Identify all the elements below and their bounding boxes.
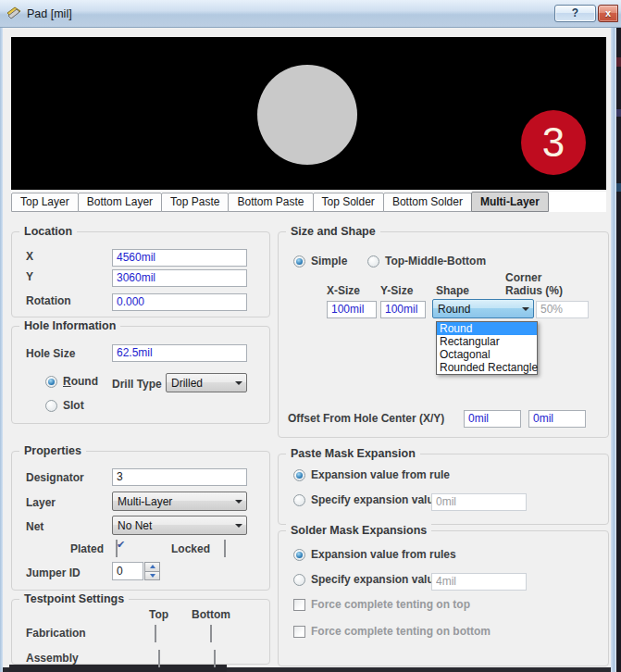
corner-radius-header-line2: Radius (%) bbox=[505, 284, 563, 297]
tenting-top-row: Force complete tenting on top bbox=[293, 598, 470, 611]
paste-from-rule-radio-row: Expansion value from rule bbox=[293, 468, 450, 481]
rotation-input[interactable] bbox=[112, 293, 247, 311]
solder-from-rules-radio[interactable] bbox=[293, 549, 305, 561]
layer-label: Layer bbox=[26, 496, 56, 509]
hole-size-label: Hole Size bbox=[26, 347, 75, 360]
assembly-top-checkbox[interactable] bbox=[158, 650, 160, 667]
size-and-shape-group-title: Size and Shape bbox=[286, 225, 380, 238]
offset-y-input[interactable] bbox=[528, 410, 586, 428]
shape-dropdown-list: Round Rectangular Octagonal Rounded Rect… bbox=[436, 321, 538, 375]
chevron-down-icon bbox=[235, 500, 242, 504]
force-tenting-bottom-label: Force complete tenting on bottom bbox=[311, 625, 491, 638]
hole-round-label: Round bbox=[63, 375, 98, 388]
offset-x-input[interactable] bbox=[464, 410, 521, 428]
background-bottom-strip-left bbox=[9, 665, 227, 672]
tab-multi-layer[interactable]: Multi-Layer bbox=[471, 192, 549, 212]
x-input[interactable] bbox=[112, 249, 247, 267]
fabrication-bottom-checkbox[interactable] bbox=[210, 625, 212, 642]
hole-slot-radio[interactable] bbox=[45, 400, 57, 412]
shape-option-octagonal[interactable]: Octagonal bbox=[437, 348, 537, 361]
tab-top-layer[interactable]: Top Layer bbox=[11, 193, 79, 212]
force-tenting-top-label: Force complete tenting on top bbox=[311, 598, 470, 611]
hole-round-radio-row: Round bbox=[45, 375, 98, 388]
paste-from-rule-radio[interactable] bbox=[293, 469, 305, 481]
x-size-input[interactable] bbox=[327, 301, 377, 318]
net-combo[interactable]: No Net bbox=[112, 516, 247, 535]
assembly-bottom-checkbox[interactable] bbox=[214, 650, 216, 667]
plated-label: Plated bbox=[70, 542, 104, 555]
net-label: Net bbox=[26, 520, 43, 533]
background-app-strip bbox=[616, 28, 621, 672]
locked-checkbox[interactable] bbox=[224, 540, 226, 557]
shape-value: Round bbox=[438, 303, 470, 316]
help-button[interactable]: ? bbox=[554, 5, 596, 22]
location-group: Location X Y Rotation bbox=[11, 231, 270, 317]
solder-specify-radio[interactable] bbox=[293, 574, 305, 586]
shape-option-rounded-rectangle[interactable]: Rounded Rectangle bbox=[437, 361, 537, 374]
tab-bottom-paste[interactable]: Bottom Paste bbox=[228, 193, 313, 212]
shape-header: Shape bbox=[436, 284, 469, 297]
hole-information-group: Hole Information Hole Size Round Drill T… bbox=[11, 326, 270, 424]
layer-combo[interactable]: Multi-Layer bbox=[112, 492, 247, 511]
simple-radio[interactable] bbox=[293, 255, 305, 268]
tab-top-paste[interactable]: Top Paste bbox=[161, 193, 229, 212]
properties-group-title: Properties bbox=[19, 444, 86, 457]
pad-shape-circle: 3 bbox=[257, 65, 357, 165]
y-size-header: Y-Size bbox=[380, 284, 413, 297]
offset-from-hole-center-label: Offset From Hole Center (X/Y) bbox=[288, 412, 444, 425]
paste-mask-expansion-group-title: Paste Mask Expansion bbox=[286, 447, 420, 460]
x-label: X bbox=[26, 250, 33, 263]
titlebar[interactable]: Pad [mil] ? x bbox=[0, 0, 621, 28]
fabrication-top-checkbox[interactable] bbox=[155, 625, 156, 642]
layer-value: Multi-Layer bbox=[118, 495, 172, 508]
hole-round-radio[interactable] bbox=[45, 376, 57, 388]
simple-label: Simple bbox=[311, 255, 347, 268]
plated-checkbox[interactable] bbox=[116, 540, 118, 557]
top-middle-bottom-radio[interactable] bbox=[367, 255, 379, 268]
rotation-label: Rotation bbox=[26, 294, 71, 307]
jumper-id-input[interactable] bbox=[112, 562, 143, 580]
force-tenting-top-checkbox[interactable] bbox=[293, 599, 305, 611]
hole-size-input[interactable] bbox=[112, 344, 247, 362]
shape-option-rectangular[interactable]: Rectangular bbox=[437, 335, 537, 348]
designator-input[interactable] bbox=[112, 468, 247, 486]
solder-specify-label: Specify expansion value bbox=[311, 573, 440, 586]
layer-tabstrip: Top Layer Bottom Layer Top Paste Bottom … bbox=[11, 192, 606, 212]
window-border-left bbox=[0, 28, 3, 672]
arrow-up-icon bbox=[150, 565, 155, 568]
drill-type-value: Drilled bbox=[171, 377, 203, 390]
paste-specify-radio[interactable] bbox=[293, 494, 305, 506]
corner-radius-header-line1: Corner bbox=[505, 271, 541, 284]
pad-icon bbox=[6, 6, 21, 21]
y-input[interactable] bbox=[112, 269, 247, 287]
force-tenting-bottom-checkbox[interactable] bbox=[293, 626, 305, 638]
y-size-input[interactable] bbox=[380, 301, 426, 318]
titlebar-buttons: ? x bbox=[554, 5, 618, 22]
pad-designator-text: 3 bbox=[542, 122, 565, 163]
solder-expansion-value-input bbox=[431, 573, 527, 591]
drill-type-combo[interactable]: Drilled bbox=[166, 373, 247, 392]
shape-combo[interactable]: Round bbox=[432, 299, 534, 318]
solder-from-rules-label: Expansion value from rules bbox=[311, 548, 456, 561]
close-button[interactable]: x bbox=[598, 5, 618, 22]
spin-down-button[interactable] bbox=[144, 571, 160, 581]
location-group-title: Location bbox=[19, 225, 77, 238]
arrow-down-icon bbox=[150, 574, 155, 578]
tab-top-solder[interactable]: Top Solder bbox=[313, 193, 384, 212]
jumper-id-label: Jumper ID bbox=[26, 566, 81, 579]
paste-specify-label: Specify expansion value bbox=[311, 493, 440, 506]
top-middle-bottom-radio-row: Top-Middle-Bottom bbox=[367, 255, 486, 268]
pad-hole-circle: 3 bbox=[521, 110, 586, 175]
shape-option-round[interactable]: Round bbox=[437, 322, 537, 335]
tab-bottom-layer[interactable]: Bottom Layer bbox=[78, 193, 162, 212]
hole-slot-radio-row: Slot bbox=[45, 399, 84, 412]
corner-radius-input bbox=[536, 301, 589, 318]
testpoint-settings-group: Testpoint Settings Top Bottom Fabricatio… bbox=[11, 599, 270, 665]
net-value: No Net bbox=[118, 519, 152, 532]
y-label: Y bbox=[26, 270, 33, 283]
tab-bottom-solder[interactable]: Bottom Solder bbox=[383, 193, 472, 212]
jumper-id-spinner bbox=[144, 562, 160, 580]
jumper-id-stepper bbox=[112, 562, 160, 580]
chevron-down-icon bbox=[235, 381, 242, 385]
tenting-bottom-row: Force complete tenting on bottom bbox=[293, 625, 491, 638]
